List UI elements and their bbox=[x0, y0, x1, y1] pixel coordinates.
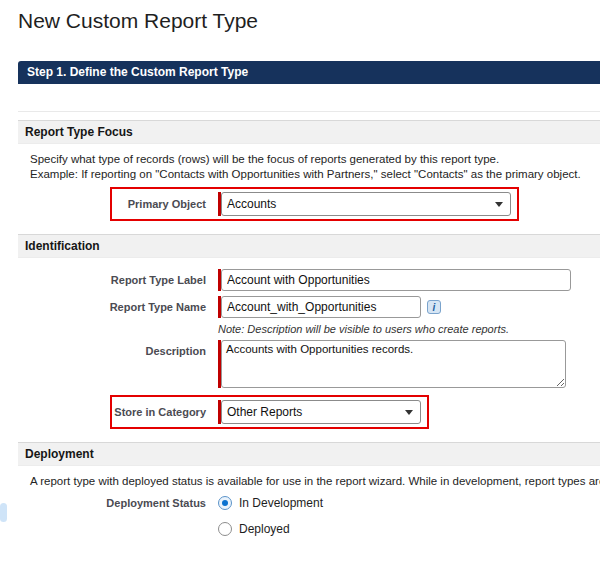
deployment-help: A report type with deployed status is av… bbox=[30, 475, 600, 487]
description-row: Description Accounts with Opportunities … bbox=[18, 340, 600, 388]
description-note: Note: Description will be visible to use… bbox=[218, 323, 509, 335]
description-textarea[interactable]: Accounts with Opportunities records. bbox=[221, 340, 566, 388]
report-type-name-input[interactable] bbox=[221, 296, 421, 318]
deployment-status-label: Deployment Status bbox=[18, 492, 218, 510]
section-body-report-type-focus: Specify what type of records (rows) will… bbox=[18, 144, 600, 234]
primary-object-selected-value: Accounts bbox=[227, 197, 276, 211]
highlight-box-store-in-category: Store in Category Other Reports bbox=[110, 395, 429, 429]
radio-unselected-icon bbox=[218, 522, 232, 536]
section-header-report-type-focus: Report Type Focus bbox=[18, 120, 600, 144]
description-note-row: Note: Description will be visible to use… bbox=[18, 323, 600, 335]
deployment-status-row: Deployment Status In Development Deploye… bbox=[18, 492, 600, 546]
report-type-name-row: Report Type Name i bbox=[18, 296, 600, 318]
dropdown-arrow-icon bbox=[495, 202, 503, 207]
page-title: New Custom Report Type bbox=[18, 9, 600, 33]
section-title: Report Type Focus bbox=[25, 125, 133, 139]
report-type-label-label: Report Type Label bbox=[18, 273, 218, 287]
radio-in-development[interactable]: In Development bbox=[218, 496, 323, 510]
highlight-box-primary-object: Primary Object Accounts bbox=[110, 187, 519, 221]
step-header-bar: Step 1. Define the Custom Report Type bbox=[18, 61, 600, 84]
deployment-status-radio-group: In Development Deployed bbox=[218, 492, 323, 546]
radio-selected-icon bbox=[218, 496, 232, 510]
description-fieldwrap: Accounts with Opportunities records. bbox=[218, 340, 566, 388]
report-type-label-row: Report Type Label bbox=[18, 269, 600, 291]
section-header-deployment: Deployment bbox=[18, 442, 600, 466]
new-custom-report-type-page: New Custom Report Type Step 1. Define th… bbox=[0, 0, 600, 568]
toolbar-area bbox=[18, 84, 600, 112]
dropdown-arrow-icon bbox=[405, 410, 413, 415]
radio-deployed[interactable]: Deployed bbox=[218, 522, 323, 536]
description-label: Description bbox=[18, 340, 218, 358]
store-in-category-label: Store in Category bbox=[112, 405, 218, 419]
store-in-category-selected-value: Other Reports bbox=[227, 405, 302, 419]
section-title: Deployment bbox=[25, 447, 94, 461]
section-title: Identification bbox=[25, 239, 100, 253]
store-in-category-fieldwrap: Other Reports bbox=[218, 400, 421, 424]
step-header-title: Step 1. Define the Custom Report Type bbox=[27, 65, 248, 79]
report-type-name-label: Report Type Name bbox=[18, 300, 218, 314]
report-type-label-fieldwrap bbox=[218, 269, 571, 291]
focus-help-line2: Example: If reporting on "Contacts with … bbox=[30, 168, 600, 180]
primary-object-label: Primary Object bbox=[112, 197, 218, 211]
focus-help-line1: Specify what type of records (rows) will… bbox=[30, 153, 600, 165]
section-header-identification: Identification bbox=[18, 234, 600, 258]
section-body-deployment: A report type with deployed status is av… bbox=[18, 466, 600, 559]
vertical-scrollbar-thumb[interactable] bbox=[0, 503, 7, 522]
primary-object-select[interactable]: Accounts bbox=[221, 192, 511, 216]
page-content: New Custom Report Type Step 1. Define th… bbox=[18, 0, 600, 559]
info-icon[interactable]: i bbox=[427, 300, 441, 314]
store-in-category-select[interactable]: Other Reports bbox=[221, 400, 421, 424]
radio-label: Deployed bbox=[239, 522, 290, 536]
primary-object-fieldwrap: Accounts bbox=[218, 192, 511, 216]
radio-label: In Development bbox=[239, 496, 323, 510]
section-body-identification: Report Type Label Report Type Name i Not… bbox=[18, 258, 600, 442]
report-type-label-input[interactable] bbox=[221, 269, 571, 291]
report-type-name-fieldwrap: i bbox=[218, 296, 441, 318]
